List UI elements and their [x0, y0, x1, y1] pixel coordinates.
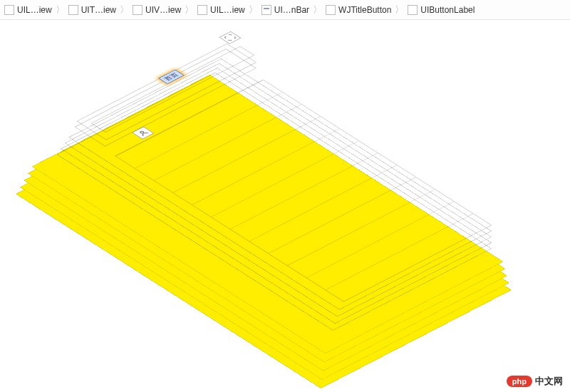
view-icon — [197, 5, 207, 15]
watermark-text: 中文网 — [535, 375, 563, 388]
breadcrumb-label: UIButtonLabel — [420, 5, 475, 15]
chevron-right-icon: 〉 — [53, 4, 67, 16]
breadcrumb-label: UIT…iew — [81, 5, 116, 15]
breadcrumb: UIL…iew 〉 UIT…iew 〉 UIV…iew 〉 UIL…iew 〉 … — [0, 0, 570, 20]
breadcrumb-label: UIL…iew — [210, 5, 245, 15]
view-hierarchy-scene: ⛶ 首页 — [26, 20, 570, 392]
chevron-right-icon: 〉 — [311, 4, 324, 16]
view-icon — [326, 5, 336, 15]
watermark-badge: php — [507, 376, 532, 387]
svg-point-0 — [140, 131, 145, 134]
breadcrumb-item-4[interactable]: UI…nBar — [260, 5, 311, 15]
breadcrumb-item-6[interactable]: UIButtonLabel — [406, 5, 476, 15]
breadcrumb-item-1[interactable]: UIT…iew — [67, 5, 118, 15]
breadcrumb-item-3[interactable]: UIL…iew — [196, 5, 247, 15]
scan-icon[interactable]: ⛶ — [219, 31, 241, 44]
view-icon — [4, 5, 14, 15]
breadcrumb-item-5[interactable]: WJTitleButton — [324, 5, 393, 15]
breadcrumb-item-0[interactable]: UIL…iew — [3, 5, 53, 15]
chevron-right-icon: 〉 — [393, 4, 406, 16]
view-hierarchy-canvas[interactable]: ⛶ 首页 php 中文网 — [0, 20, 570, 392]
breadcrumb-label: WJTitleButton — [338, 5, 391, 15]
breadcrumb-label: UIV…iew — [145, 5, 181, 15]
navigation-bar-icon — [261, 5, 271, 15]
breadcrumb-item-2[interactable]: UIV…iew — [131, 5, 182, 15]
breadcrumb-label: UIL…iew — [17, 5, 52, 15]
view-icon — [68, 5, 78, 15]
watermark: php 中文网 — [507, 375, 563, 388]
breadcrumb-label: UI…nBar — [274, 5, 309, 15]
view-icon — [408, 5, 418, 15]
chevron-right-icon: 〉 — [182, 4, 196, 16]
chevron-right-icon: 〉 — [118, 4, 131, 16]
chevron-right-icon: 〉 — [247, 4, 260, 16]
view-icon — [133, 5, 142, 15]
